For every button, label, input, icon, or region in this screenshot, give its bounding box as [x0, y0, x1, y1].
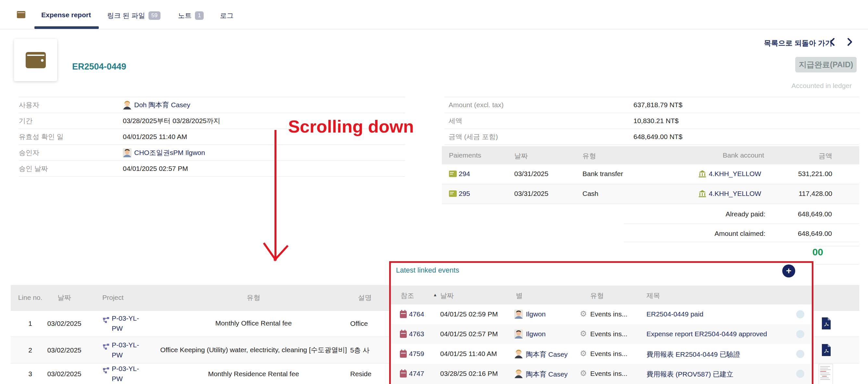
event-subject-link[interactable]: Expense report ER2504-0449 approved: [647, 330, 767, 338]
payment-type: Cash: [583, 190, 598, 197]
gear-icon: ⚙: [580, 349, 587, 358]
project-icon: [102, 317, 110, 324]
event-user-link[interactable]: Ilgwon: [526, 310, 546, 318]
lines-header-project: Project: [102, 285, 148, 310]
event-user-link[interactable]: 陶本育 Casey: [526, 370, 567, 379]
bank-account-link[interactable]: 4.KHH_YELLOW: [709, 170, 764, 178]
chevron-right-icon[interactable]: [845, 37, 855, 47]
payment-amount: 117,428.00: [787, 190, 832, 197]
line-no: 2: [17, 337, 43, 363]
totals-divider: [624, 242, 859, 242]
project-icon: [102, 343, 110, 350]
bank-icon: [699, 190, 706, 197]
project-link[interactable]: P-03-YL-PW: [112, 314, 149, 333]
event-date: 04/01/25 02:57 PM: [440, 330, 498, 338]
total-amount-value: 648,649.00 NT$: [633, 133, 683, 141]
tab-notes-label: 노트: [178, 12, 192, 19]
event-date: 04/01/25 02:59 PM: [440, 310, 498, 318]
chevron-left-icon[interactable]: [828, 37, 837, 47]
line-date: 03/02/2025: [41, 310, 87, 337]
project-link[interactable]: P-03-YL-PW: [112, 364, 149, 384]
avatar: [514, 369, 523, 378]
event-row[interactable]: 4747 03/28/25 02:16 PM 陶本育 Casey ⚙ Event…: [391, 364, 812, 384]
payment-ref-link[interactable]: 294: [459, 170, 470, 178]
summary-label: 세액: [448, 116, 462, 125]
line-no: 1: [17, 310, 43, 337]
payment-ref-link[interactable]: 295: [459, 190, 470, 197]
events-header-type[interactable]: 유형: [590, 291, 604, 300]
back-to-list-link[interactable]: 목록으로 되돌아 가기: [764, 38, 832, 48]
payments-header-date: 날짜: [514, 151, 528, 160]
event-ref-link[interactable]: 4763: [409, 330, 424, 338]
payment-date: 03/31/2025: [514, 170, 548, 178]
payment-date: 03/31/2025: [514, 190, 548, 197]
line-no: 3: [17, 363, 43, 384]
event-row[interactable]: 4764 04/01/25 02:59 PM Ilgwon ⚙ Events i…: [391, 305, 812, 324]
payment-row[interactable]: 295 03/31/2025 Cash 4.KHH_YELLOW 117,428…: [442, 184, 859, 204]
event-row[interactable]: 4763 04/01/25 02:57 PM Ilgwon ⚙ Events i…: [391, 324, 812, 344]
event-type: Events ins...: [590, 310, 627, 318]
event-ref-link[interactable]: 4759: [409, 350, 424, 358]
approver-link[interactable]: CHO조일권sPM Ilgwon: [134, 148, 205, 157]
payment-amount: 531,221.00: [787, 170, 832, 178]
calendar-icon: [400, 351, 407, 358]
scroll-down-arrow: [253, 127, 299, 265]
event-ref-link[interactable]: 4747: [409, 370, 424, 378]
events-header-ref[interactable]: 참조: [401, 291, 414, 300]
event-subject-link[interactable]: ER2504-0449 paid: [647, 310, 703, 318]
line-date: 03/02/2025: [41, 363, 87, 384]
payment-row[interactable]: 294 03/31/2025 Bank transfer 4.KHH_YELLO…: [442, 164, 859, 184]
tab-log[interactable]: 로그: [220, 11, 234, 20]
event-date: 03/28/25 02:16 PM: [440, 370, 498, 378]
active-tab-underline: [34, 26, 99, 29]
events-header-subject[interactable]: 제목: [647, 291, 660, 300]
attachment-cell[interactable]: [821, 344, 831, 356]
event-user-link[interactable]: 陶本育 Casey: [526, 350, 567, 359]
events-header-row: 참조 ▲ 날짜 별 유형 제목: [391, 286, 812, 305]
attachment-cell[interactable]: [821, 317, 831, 329]
expense-fields: 사용자 Doh 陶本育 Casey 기간 03/28/2025부터 03/28/…: [19, 97, 405, 177]
lines-header-type: 유형: [150, 285, 357, 310]
tab-expense-report[interactable]: Expense report: [41, 11, 91, 19]
event-type: Events ins...: [590, 370, 627, 378]
event-user-link[interactable]: Ilgwon: [526, 330, 546, 338]
period-value: 03/28/2025부터 03/28/2025까지: [123, 116, 220, 125]
field-row-approver: 승인자 CHO조일권sPM Ilgwon: [19, 145, 405, 161]
event-ref-link[interactable]: 4764: [409, 310, 424, 318]
field-label: 기간: [19, 116, 116, 125]
events-header-by[interactable]: 별: [516, 291, 523, 300]
payments-header-bank: Bank account: [719, 151, 764, 159]
latest-linked-events-panel: Latest linked events + 참조 ▲ 날짜 별 유형 제목 4…: [389, 261, 813, 384]
calendar-icon: [400, 311, 407, 318]
field-label: 승인 날짜: [19, 164, 116, 173]
attachment-thumbnail[interactable]: [818, 364, 833, 384]
status-dot: [796, 370, 804, 378]
amount-claimed-value: 648,649.00: [786, 230, 832, 237]
avatar: [514, 349, 523, 358]
right-strip-divider: [816, 246, 859, 246]
event-subject-link[interactable]: 費用報表 (PROV587) 已建立: [647, 370, 733, 379]
project-link[interactable]: P-03-YL-PW: [112, 340, 149, 360]
event-type: Events ins...: [590, 330, 627, 338]
gear-icon: ⚙: [580, 329, 587, 338]
tab-linked-files[interactable]: 링크 된 파일59: [107, 11, 160, 21]
right-strip-divider: [816, 264, 859, 264]
document-type-card: [14, 39, 57, 81]
event-subject-link[interactable]: 費用報表 ER2504-0449 已驗證: [647, 350, 740, 359]
line-type: Office Keeping (Utility) water, electric…: [150, 337, 357, 363]
event-row[interactable]: 4759 04/01/25 11:40 AM 陶本育 Casey ⚙ Event…: [391, 344, 812, 364]
line-type: Monthly Residence Rental fee: [150, 363, 357, 384]
tax-amount-value: 10,830.21 NT$: [633, 117, 679, 125]
summary-row-untaxed: Amount (excl. tax) 637,818.79 NT$: [444, 97, 859, 113]
balance-value: 00: [791, 247, 823, 258]
bank-account-link[interactable]: 4.KHH_YELLOW: [709, 190, 764, 197]
user-link[interactable]: Doh 陶本育 Casey: [134, 100, 190, 109]
summary-label: Amount (excl. tax): [448, 101, 503, 109]
accounted-in-ledger-label: Accounted in ledger: [791, 82, 852, 90]
add-event-button[interactable]: +: [782, 264, 795, 278]
tab-notes[interactable]: 노트1: [178, 11, 204, 21]
project-icon: [102, 367, 110, 374]
events-header-date[interactable]: 날짜: [440, 291, 454, 300]
calendar-icon: [400, 331, 407, 338]
lines-header-line-no: Line no.: [17, 285, 43, 310]
